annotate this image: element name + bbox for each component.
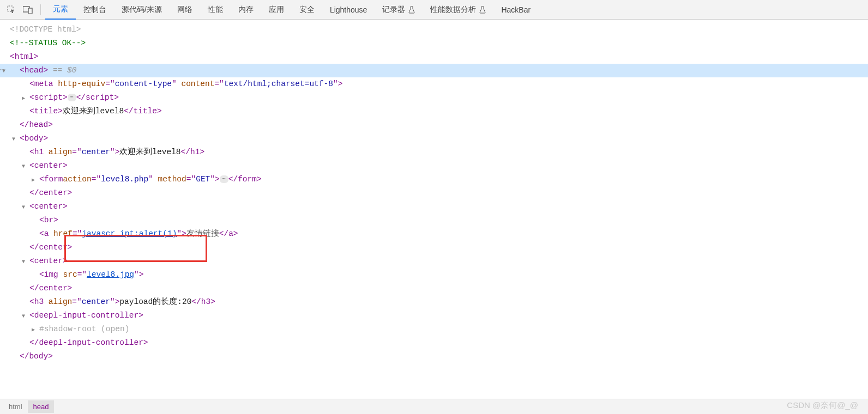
head-open-selected[interactable]: ⋯ <head> == $0: [0, 64, 868, 77]
tab-hackbar[interactable]: HackBar: [493, 0, 538, 20]
shadow-root[interactable]: #shadow-root (open): [10, 322, 868, 336]
tab-application[interactable]: 应用: [261, 0, 292, 20]
tab-label: HackBar: [501, 5, 531, 14]
tab-label: 性能数据分析: [430, 5, 476, 15]
img-node[interactable]: <img src="level8.jpg">: [10, 268, 868, 282]
tab-perf-insights[interactable]: 性能数据分析: [423, 0, 493, 20]
center2-open[interactable]: <center>: [10, 200, 868, 214]
ellipsis-badge[interactable]: ⋯: [220, 175, 228, 183]
h1-node[interactable]: <h1 align="center">欢迎来到level8</h1>: [10, 145, 868, 159]
doctype-node[interactable]: <!DOCTYPE html>: [10, 23, 868, 36]
tab-label: Lighthouse: [330, 5, 367, 14]
tab-label: 安全: [299, 5, 315, 15]
center1-open[interactable]: <center>: [10, 159, 868, 173]
tab-performance[interactable]: 性能: [200, 0, 231, 20]
tab-label: 源代码/来源: [122, 5, 162, 15]
tab-memory[interactable]: 内存: [231, 0, 261, 20]
elements-dom-tree[interactable]: <!DOCTYPE html> <!--STATUS OK--> <html> …: [0, 20, 868, 363]
script-node[interactable]: <script>⋯</script>: [10, 91, 868, 105]
tab-label: 元素: [53, 4, 68, 14]
watermark-text: CSDN @奈何@_@: [787, 400, 858, 411]
tab-label: 控制台: [83, 5, 106, 15]
tab-label: 网络: [177, 5, 192, 15]
device-toggle-icon[interactable]: [22, 4, 34, 16]
tab-network[interactable]: 网络: [170, 0, 200, 20]
html-open[interactable]: <html>: [10, 50, 868, 64]
tab-console[interactable]: 控制台: [76, 0, 114, 20]
flask-icon: [479, 6, 486, 14]
tab-elements[interactable]: 元素: [45, 0, 76, 20]
comment-node[interactable]: <!--STATUS OK-->: [10, 36, 868, 50]
title-node[interactable]: <title>欢迎来到level8</title>: [10, 105, 868, 118]
flask-icon: [408, 6, 415, 14]
tab-label: 记录器: [382, 5, 405, 15]
center1-close[interactable]: </center>: [10, 186, 868, 200]
form-node[interactable]: <form action="level8.php" method="GET">⋯…: [10, 173, 868, 186]
tab-recorder[interactable]: 记录器: [375, 0, 423, 20]
svg-rect-2: [28, 8, 32, 14]
tab-label: 内存: [238, 5, 254, 15]
expand-toggle[interactable]: [32, 322, 38, 337]
h3-node[interactable]: <h3 align="center">payload的长度:20</h3>: [10, 295, 868, 309]
expand-toggle[interactable]: [22, 91, 28, 105]
breadcrumb-html[interactable]: html: [3, 400, 28, 413]
expand-toggle[interactable]: [22, 309, 28, 323]
meta-node[interactable]: <meta http-equiv="content-type" content=…: [10, 77, 868, 91]
deepl-open[interactable]: <deepl-input-controller>: [10, 309, 868, 322]
devtools-toolbar: 元素 控制台 源代码/来源 网络 性能 内存 应用 安全 Lighthouse …: [0, 0, 868, 20]
expand-toggle[interactable]: [22, 254, 28, 269]
tab-label: 应用: [269, 5, 284, 15]
expand-toggle[interactable]: [2, 64, 9, 78]
tab-label: 性能: [208, 5, 223, 15]
toolbar-separator: [40, 4, 41, 15]
tab-lighthouse[interactable]: Lighthouse: [322, 0, 375, 20]
center3-close[interactable]: </center>: [10, 282, 868, 295]
tab-sources[interactable]: 源代码/来源: [114, 0, 170, 20]
expand-toggle[interactable]: [22, 200, 28, 214]
expand-toggle[interactable]: [22, 159, 28, 173]
center3-open[interactable]: <center>: [10, 254, 868, 268]
expand-toggle[interactable]: [32, 173, 38, 187]
head-close[interactable]: </head>: [10, 118, 868, 132]
center2-close[interactable]: </center>: [10, 241, 868, 254]
expand-toggle[interactable]: [12, 132, 19, 146]
inspect-icon[interactable]: [5, 4, 17, 16]
body-open[interactable]: <body>: [10, 132, 868, 145]
br-node[interactable]: <br>: [10, 214, 868, 227]
deepl-close[interactable]: </deepl-input-controller>: [10, 336, 868, 350]
body-close[interactable]: </body>: [10, 350, 868, 363]
tab-security[interactable]: 安全: [292, 0, 322, 20]
breadcrumb-head[interactable]: head: [28, 400, 55, 413]
breadcrumb-bar: html head: [0, 399, 868, 414]
ellipsis-badge[interactable]: ⋯: [68, 94, 76, 101]
anchor-node[interactable]: <a href="javascr_ipt:alert(1)">友情链接</a>: [10, 227, 868, 241]
